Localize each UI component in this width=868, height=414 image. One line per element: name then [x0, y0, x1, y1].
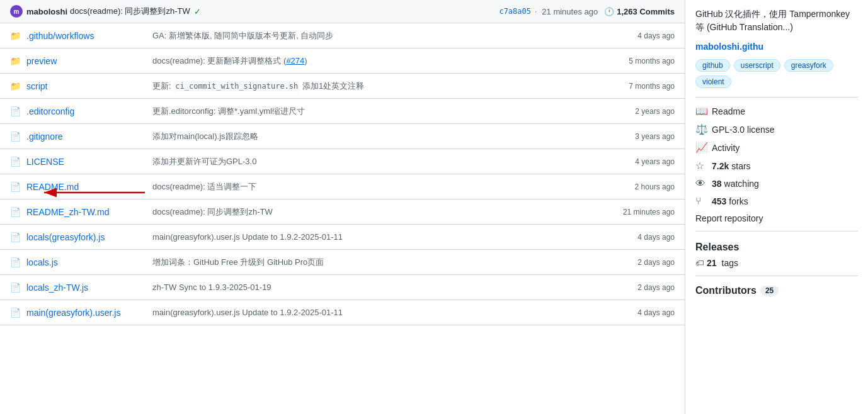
folder-icon: 📁: [10, 31, 21, 41]
file-name[interactable]: script: [26, 81, 152, 91]
commit-hash[interactable]: c7a8a05: [499, 7, 531, 16]
file-name[interactable]: .gitignore: [26, 131, 152, 142]
file-time: 7 months ago: [593, 82, 675, 91]
file-time: 21 minutes ago: [593, 208, 675, 216]
file-time: 2 years ago: [593, 107, 675, 116]
watching-label: watching: [724, 179, 759, 189]
contributors-title: Contributors 25: [695, 285, 858, 296]
file-row-readme: 📄 README.md docs(readme): 适当调整一下 2 hours…: [0, 174, 685, 199]
forks-count: 453: [712, 196, 726, 206]
file-name[interactable]: .github/workflows: [26, 31, 152, 41]
file-time: 4 years ago: [593, 157, 675, 166]
scale-icon: ⚖️: [695, 123, 707, 135]
file-name-readme[interactable]: README.md: [26, 182, 152, 192]
tag-icon: 🏷: [695, 258, 704, 268]
file-commit: 更新: ci_commit_with_signature.sh 添加1处英文注释: [152, 81, 593, 92]
divider2: [695, 231, 858, 232]
file-name[interactable]: preview: [26, 56, 152, 66]
file-icon: 📄: [10, 131, 21, 142]
file-time: 4 days ago: [593, 308, 675, 317]
file-list: 📁 .github/workflows GA: 新增繁体版, 随同简中版版本号更…: [0, 23, 685, 325]
stars-count: 7.2k: [712, 161, 729, 171]
sidebar-readme[interactable]: 📖 Readme: [695, 105, 858, 117]
eye-icon: 👁: [695, 178, 707, 189]
file-name[interactable]: LICENSE: [26, 157, 152, 167]
file-row: 📄 main(greasyfork).user.js main(greasyfo…: [0, 300, 685, 325]
file-time: 4 days ago: [593, 233, 675, 242]
tag-greasyfork[interactable]: greasyfork: [784, 59, 833, 72]
file-name[interactable]: locals(greasyfork).js: [26, 232, 152, 242]
file-time: 3 years ago: [593, 132, 675, 141]
sidebar-profile-link[interactable]: maboloshi.githu: [695, 42, 858, 52]
sidebar-watching[interactable]: 👁 38 watching: [695, 178, 858, 189]
file-time: 5 months ago: [593, 57, 675, 65]
star-icon: ☆: [695, 160, 707, 172]
file-row: 📁 script 更新: ci_commit_with_signature.sh…: [0, 74, 685, 99]
file-icon: 📄: [10, 308, 21, 318]
file-icon: 📄: [10, 232, 21, 242]
report-label[interactable]: Report repository: [695, 213, 763, 223]
sidebar-license[interactable]: ⚖️ GPL-3.0 license: [695, 123, 858, 135]
file-icon: 📄: [10, 283, 21, 293]
file-icon: 📄: [10, 182, 21, 192]
file-name[interactable]: locals_zh-TW.js: [26, 283, 152, 293]
tag-github[interactable]: github: [695, 59, 730, 72]
file-row: 📄 locals(greasyfork).js main(greasyfork)…: [0, 225, 685, 250]
sidebar-stars[interactable]: ☆ 7.2k stars: [695, 160, 858, 172]
commit-author[interactable]: maboloshi: [26, 7, 67, 16]
file-name[interactable]: .editorconfig: [26, 106, 152, 116]
file-name[interactable]: main(greasyfork).user.js: [26, 308, 152, 318]
file-commit: GA: 新增繁体版, 随同简中版版本号更新, 自动同步: [152, 30, 593, 42]
file-time: 4 days ago: [593, 31, 675, 40]
file-commit: 添加并更新许可证为GPL-3.0: [152, 156, 593, 167]
divider3: [695, 276, 858, 276]
file-row: 📄 LICENSE 添加并更新许可证为GPL-3.0 4 years ago: [0, 149, 685, 174]
file-name[interactable]: README_zh-TW.md: [26, 207, 152, 217]
sidebar-description: GitHub 汉化插件，使用 Tampermonkey 等 (GitHub Tr…: [695, 8, 858, 34]
file-commit: docs(readme): 更新翻译并调整格式 (#274): [152, 55, 593, 67]
report-repo[interactable]: Report repository: [695, 213, 858, 223]
file-row: 📄 .gitignore 添加对main(local).js跟踪忽略 3 yea…: [0, 124, 685, 149]
file-time: 2 hours ago: [593, 182, 675, 191]
file-row: 📁 preview docs(readme): 更新翻译并调整格式 (#274)…: [0, 48, 685, 74]
commit-message: docs(readme): 同步调整到zh-TW: [70, 6, 190, 17]
divider: [695, 97, 858, 98]
file-row: 📁 .github/workflows GA: 新增繁体版, 随同简中版版本号更…: [0, 23, 685, 48]
file-icon: 📄: [10, 106, 21, 116]
tag-violent[interactable]: violent: [695, 76, 731, 88]
commit-bar: m maboloshi docs(readme): 同步调整到zh-TW ✓ c…: [0, 0, 685, 23]
file-commit: 添加对main(local).js跟踪忽略: [152, 131, 593, 142]
file-commit: docs(readme): 同步调整到zh-TW: [152, 206, 593, 218]
file-commit: main(greasyfork).user.js Update to 1.9.2…: [152, 232, 593, 242]
file-row: 📄 .editorconfig 更新.editorconfig: 调整*.yam…: [0, 99, 685, 124]
releases-section: Releases 🏷 21 tags: [695, 242, 858, 268]
file-name[interactable]: locals.js: [26, 257, 152, 267]
file-row: 📄 README_zh-TW.md docs(readme): 同步调整到zh-…: [0, 199, 685, 225]
file-commit: docs(readme): 适当调整一下: [152, 181, 593, 193]
sidebar-activity[interactable]: 📈 Activity: [695, 142, 858, 154]
file-icon: 📄: [10, 207, 21, 217]
file-icon: 📄: [10, 157, 21, 167]
tag-userscript[interactable]: userscript: [734, 59, 780, 72]
sidebar-tags: github userscript greasyfork violent: [695, 59, 858, 88]
contributors-section: Contributors 25: [695, 285, 858, 296]
clock-icon: 🕐: [604, 7, 614, 16]
file-commit: zh-TW Sync to 1.9.3-2025-01-19: [152, 283, 593, 292]
license-label: GPL-3.0 license: [712, 125, 775, 135]
file-time: 2 days ago: [593, 258, 675, 267]
file-commit: 更新.editorconfig: 调整*.yaml,yml缩进尺寸: [152, 106, 593, 117]
commits-link[interactable]: 🕐 1,263 Commits: [604, 7, 675, 16]
readme-label: Readme: [712, 106, 745, 116]
forks-label: forks: [729, 196, 748, 206]
activity-icon: 📈: [695, 142, 707, 154]
file-icon: 📄: [10, 257, 21, 267]
file-row: 📄 locals_zh-TW.js zh-TW Sync to 1.9.3-20…: [0, 275, 685, 300]
fork-icon: ⑂: [695, 196, 707, 207]
file-row: 📄 locals.js 增加词条：GitHub Free 升级到 GitHub …: [0, 250, 685, 275]
commit-link[interactable]: #274: [286, 56, 304, 65]
file-commit: 增加词条：GitHub Free 升级到 GitHub Pro页面: [152, 257, 593, 268]
tags-link[interactable]: 🏷 21 tags: [695, 258, 858, 268]
sidebar-forks[interactable]: ⑂ 453 forks: [695, 196, 858, 207]
file-time: 2 days ago: [593, 283, 675, 292]
releases-title: Releases: [695, 242, 858, 253]
